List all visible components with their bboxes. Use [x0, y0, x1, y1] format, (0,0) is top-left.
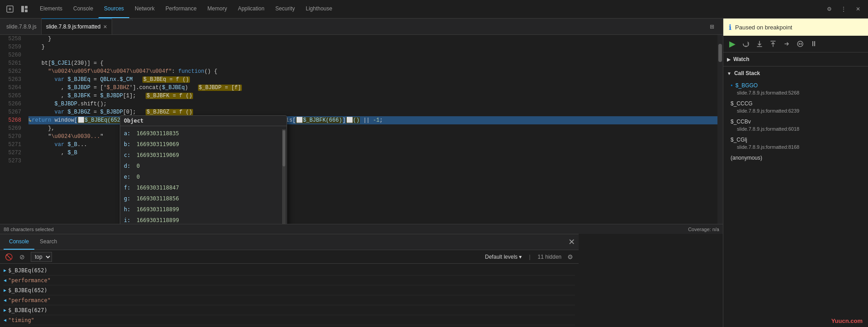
settings-icon[interactable]: ⚙	[823, 3, 835, 15]
callstack-loc-0: slide.7.8.9.js:formatted:5268	[731, 89, 861, 96]
callstack-name-0: $_BGGO	[736, 82, 758, 89]
devtools-icon[interactable]	[4, 3, 16, 15]
console-text-2: "performance"	[8, 277, 51, 284]
svg-point-4	[797, 41, 803, 47]
tab-elements[interactable]: Elements	[34, 0, 68, 18]
code-line-5260	[28, 51, 717, 59]
svg-rect-3	[25, 9, 28, 12]
tab-lighthouse[interactable]: Lighthouse	[300, 0, 338, 18]
console-row-6: ◀ "timing"	[4, 315, 575, 325]
console-filter-btn[interactable]: ⊘	[17, 252, 27, 262]
code-line-5261: bt[$_CJEl(230)] = {	[28, 59, 717, 67]
coverage-text: Coverage: n/a	[688, 227, 719, 232]
file-tab-formatted-label: slide.7.8.9.js:formatted	[46, 24, 101, 30]
callstack-item-1[interactable]: $_CCCG slide.7.8.9.js:formatted:6239	[723, 98, 868, 116]
file-tab-icons: ⊞	[707, 21, 721, 32]
callstack-item-3[interactable]: $_CGlj slide.7.8.9.js:formatted:8168	[723, 134, 868, 152]
watch-section: ▶ Watch	[723, 52, 868, 66]
context-select[interactable]: top	[31, 252, 52, 262]
code-line-5265: , $_BJBFK = $_BJBDP[1]; $_BJBFK = f ()	[28, 92, 717, 100]
watch-label: Watch	[733, 56, 750, 62]
resume-btn[interactable]: ▶	[727, 38, 738, 49]
tab-application[interactable]: Application	[232, 0, 270, 18]
console-tabs: Console Search ✕	[0, 234, 579, 250]
callstack-name-2: $_CCBv	[731, 118, 751, 125]
tooltip-row-c: c: 1669303119069	[120, 150, 287, 161]
console-settings-btn[interactable]: ⚙	[565, 252, 575, 262]
pause-exceptions-btn[interactable]: ⏸	[808, 38, 819, 49]
step-out-btn[interactable]	[768, 38, 778, 49]
expand-arrow-3[interactable]: ▶	[4, 288, 6, 293]
console-row-2: ◀ "performance"	[4, 275, 575, 285]
top-bar: Elements Console Sources Network Perform…	[0, 0, 868, 19]
console-text-1: $_BJBEq(652)	[8, 267, 47, 274]
console-toolbar: 🚫 ⊘ top Default levels ▾ | 11 hidden ⚙	[0, 250, 579, 264]
tooltip-row-d: d: 0	[120, 161, 287, 171]
paused-text: Paused on breakpoint	[735, 24, 792, 31]
callstack-section: ▼ Call Stack ● $_BGGO slide.7.8.9.js:for…	[723, 66, 868, 327]
info-icon: ℹ	[729, 23, 731, 32]
tooltip-row-f: f: 1669303118847	[120, 182, 287, 193]
callstack-item-0[interactable]: ● $_BGGO slide.7.8.9.js:formatted:5268	[723, 80, 868, 98]
file-tab-js-label: slide.7.8.9.js	[6, 24, 37, 30]
console-row-3: ▶ $_BJBEq(652)	[4, 285, 575, 295]
tooltip-header: Object	[120, 116, 287, 126]
callstack-list: ● $_BGGO slide.7.8.9.js:formatted:5268 $…	[723, 80, 868, 163]
right-panel: ℹ Paused on breakpoint ▶	[723, 19, 868, 327]
tab-network[interactable]: Network	[129, 0, 160, 18]
paused-banner: ℹ Paused on breakpoint	[723, 19, 868, 36]
code-line-5263: var $_BJBEq = QBLnx.$_CM $_BJBEq = f ()	[28, 76, 717, 84]
watch-chevron: ▶	[727, 57, 731, 62]
expand-arrow-1[interactable]: ▶	[4, 268, 6, 273]
lower-panel: Console Search ✕ 🚫 ⊘ top Default levels …	[0, 234, 579, 327]
panel-icon[interactable]	[18, 3, 31, 15]
file-tabs: slide.7.8.9.js slide.7.8.9.js:formatted …	[0, 19, 723, 35]
tab-performance[interactable]: Performance	[160, 0, 202, 18]
svg-rect-1	[21, 6, 24, 12]
tab-security[interactable]: Security	[270, 0, 300, 18]
step-into-btn[interactable]	[754, 38, 765, 49]
deactivate-btn[interactable]	[795, 38, 806, 49]
console-text-4: "performance"	[8, 297, 51, 303]
svg-rect-2	[25, 6, 28, 9]
console-close-btn[interactable]: ✕	[568, 237, 575, 247]
result-arrow-6: ◀	[4, 318, 6, 322]
callstack-item-2[interactable]: $_CCBv slide.7.8.9.js:formatted:6018	[723, 116, 868, 134]
console-clear-btn[interactable]: 🚫	[4, 252, 14, 262]
hidden-count: 11 hidden	[538, 254, 561, 260]
console-tab-search[interactable]: Search	[34, 234, 62, 250]
tab-console[interactable]: Console	[68, 0, 99, 18]
file-tab-formatted[interactable]: slide.7.8.9.js:formatted ×	[42, 19, 112, 34]
tooltip-row-i: i: 1669303118899	[120, 215, 287, 224]
console-output: ▶ $_BJBEq(652) ◀ "performance" ▶ $_BJBEq…	[0, 264, 579, 327]
tab-memory[interactable]: Memory	[202, 0, 232, 18]
tab-sources[interactable]: Sources	[99, 0, 129, 18]
console-tab-console[interactable]: Console	[4, 234, 34, 250]
more-icon[interactable]: ⋮	[837, 3, 850, 15]
left-panel: slide.7.8.9.js slide.7.8.9.js:formatted …	[0, 19, 723, 327]
split-icon[interactable]: ⊞	[707, 21, 717, 32]
callstack-item-4[interactable]: (anonymous)	[723, 152, 868, 163]
console-row-5: ▶ $_BJBEq(627)	[4, 305, 575, 315]
expand-arrow-5[interactable]: ▶	[4, 308, 6, 313]
tab-list: Elements Console Sources Network Perform…	[34, 0, 823, 18]
file-tab-js[interactable]: slide.7.8.9.js	[2, 19, 42, 34]
close-icon[interactable]: ✕	[852, 3, 864, 15]
tooltip-body[interactable]: a: 1669303118835 b: 1669303119069 c:	[120, 126, 287, 224]
callstack-chevron: ▼	[727, 71, 731, 76]
main-layout: slide.7.8.9.js slide.7.8.9.js:formatted …	[0, 19, 868, 327]
watch-header[interactable]: ▶ Watch	[723, 52, 868, 66]
levels-label[interactable]: Default levels ▾	[485, 254, 522, 260]
step-btn[interactable]	[781, 38, 792, 49]
tooltip-row-b: b: 1669303119069	[120, 139, 287, 150]
code-scrollbar[interactable]	[717, 35, 723, 224]
callstack-name-1: $_CCCG	[731, 100, 753, 107]
file-tab-close[interactable]: ×	[103, 23, 107, 30]
result-arrow-4: ◀	[4, 298, 6, 303]
callstack-header[interactable]: ▼ Call Stack	[723, 66, 868, 80]
tooltip-scrollbar[interactable]	[282, 129, 286, 224]
code-line-5258: }	[28, 35, 717, 43]
step-over-btn[interactable]	[741, 38, 751, 49]
callstack-label: Call Stack	[734, 70, 760, 76]
code-area: 5258 5259 5260 5261 5262 5263 5264 5265 …	[0, 35, 723, 224]
